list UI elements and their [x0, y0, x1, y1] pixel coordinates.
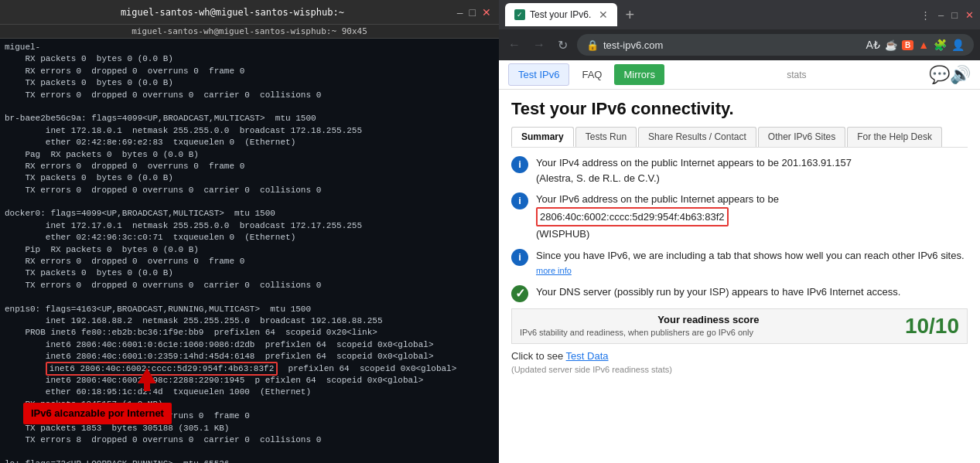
terminal-line: lo: flags=73<UP,LOOPBACK,RUNNING> mtu 65… — [5, 458, 494, 463]
browser-tab-active[interactable]: ✓ Test your IPv6. ✕ — [505, 3, 617, 26]
terminal-line: TX packets 0 bytes 0 (0.0 B) — [5, 172, 494, 184]
terminal-minimize[interactable]: – — [457, 6, 463, 19]
extension-icon[interactable]: 🧩 — [934, 39, 947, 51]
terminal-line: RX errors 0 dropped 0 overruns 0 frame 0 — [5, 66, 494, 77]
readiness-score: 10/10 — [905, 314, 959, 339]
address-bar[interactable]: 🔒 test-ipv6.com A₺ ☕ B ▲ 🧩 👤 — [577, 34, 974, 56]
terminal-body[interactable]: miguel- RX packets 0 bytes 0 (0.0 B) RX … — [0, 39, 499, 463]
terminal-line: TX packets 0 bytes 0 (0.0 B) — [5, 77, 494, 89]
browser-minimize[interactable]: – — [938, 9, 944, 21]
info-item-dns: ✓ Your DNS server (possibly run by your … — [511, 284, 968, 302]
readiness-title: Your readiness score — [520, 314, 897, 325]
terminal-line: TX errors 0 dropped 0 overruns 0 carrier… — [5, 90, 494, 101]
terminal-line: RX errors 0 dropped 0 overruns 0 frame 0 — [5, 256, 494, 267]
sub-tabs: Summary Tests Run Share Results / Contac… — [511, 127, 968, 148]
tab-title: Test your IPv6. — [530, 9, 591, 20]
info-icon-dns: ✓ — [511, 285, 528, 302]
terminal-line: ether 60:18:95:1c:d2:4d txqueuelen 1000 … — [5, 386, 494, 398]
url-text: test-ipv6.com — [603, 39, 862, 51]
terminal-panel: miguel-santos-wh@miguel-santos-wisphub:~… — [0, 0, 499, 463]
nav-faq[interactable]: FAQ — [572, 64, 611, 85]
arrow-pointer — [138, 368, 156, 395]
terminal-ipv6-highlighted-line: inet6 2806:40c:6002:cccc:5d29:954f:4b63:… — [5, 363, 494, 375]
info-text-dns: Your DNS server (possibly run by your IS… — [536, 284, 900, 300]
readiness-section: Your readiness score IPv6 stability and … — [511, 308, 968, 344]
sub-tab-tests-run[interactable]: Tests Run — [575, 127, 637, 147]
nav-mirrors[interactable]: Mirrors — [614, 64, 664, 85]
test-data-link[interactable]: Test Data — [566, 350, 609, 362]
terminal-line: docker0: flags=4099<UP,BROADCAST,MULTICA… — [5, 208, 494, 220]
reload-button[interactable]: ↻ — [555, 36, 571, 54]
terminal-line: br-baee2be56c9a: flags=4099<UP,BROADCAST… — [5, 113, 494, 124]
browser-close[interactable]: ✕ — [965, 9, 974, 21]
terminal-line: inet 192.168.88.2 netmask 255.255.255.0 … — [5, 315, 494, 327]
terminal-close[interactable]: ✕ — [482, 6, 491, 19]
back-button[interactable]: ← — [505, 36, 524, 53]
browser-maximize[interactable]: □ — [951, 9, 958, 21]
browser-addressbar: ← → ↻ 🔒 test-ipv6.com A₺ ☕ B ▲ 🧩 👤 — [499, 29, 980, 60]
ipv6-address-box: 2806:40c:6002:cccc:5d29:954f:4b63:83f2 — [536, 207, 729, 227]
sub-tab-summary[interactable]: Summary — [511, 127, 574, 147]
terminal-line: Pip RX packets 0 bytes 0 (0.0 B) — [5, 244, 494, 256]
terminal-line: TX errors 8 dropped 0 overruns 0 carrier… — [5, 434, 494, 446]
info-item-ipv6-sites: i Since you have IPv6, we are including … — [511, 248, 968, 278]
bottom-note: (Updated server side IPv6 readiness stat… — [511, 365, 968, 374]
readiness-desc: IPv6 stability and readiness, when publi… — [520, 328, 897, 337]
tab-favicon: ✓ — [514, 9, 525, 20]
translate-icon[interactable]: A₺ — [866, 39, 880, 51]
terminal-line — [5, 196, 494, 208]
address-bar-icons: A₺ ☕ B ▲ 🧩 👤 — [866, 39, 965, 51]
lock-icon: 🔒 — [586, 39, 599, 51]
sub-tab-help-desk[interactable]: For the Help Desk — [847, 127, 942, 147]
info-text-ipv4: Your IPv4 address on the public Internet… — [536, 155, 852, 186]
terminal-line — [5, 101, 494, 113]
brave-shield-icon[interactable]: B — [902, 40, 913, 50]
page-content: Test your IPv6 connectivity. Summary Tes… — [499, 90, 980, 463]
terminal-line: Pag RX packets 0 bytes 0 (0.0 B) — [5, 149, 494, 161]
nav-stats[interactable]: stats — [787, 70, 806, 80]
test-data-label: Click to see — [511, 350, 563, 362]
terminal-line: inet6 2806:40c:6001:0:6c1e:1060:9086:d2d… — [5, 339, 494, 351]
terminal-line: RX errors 0 dropped 0 overruns 0 frame 0 — [5, 161, 494, 172]
terminal-line — [5, 291, 494, 303]
test-data-section: Click to see Test Data — [511, 350, 968, 362]
brave-alert-icon: ▲ — [918, 39, 929, 51]
tab-close-button[interactable]: ✕ — [599, 9, 608, 21]
info-text-ipv6-sites: Since you have IPv6, we are including a … — [536, 248, 968, 278]
sub-tab-share[interactable]: Share Results / Contact — [638, 127, 756, 147]
bookmark-icon[interactable]: ☕ — [885, 39, 897, 51]
nav-test-ipv6[interactable]: Test IPv6 — [508, 63, 569, 86]
sub-tab-other-sites[interactable]: Other IPv6 Sites — [758, 127, 845, 147]
terminal-line: ether 02:42:8e:69:e2:83 txqueuelen 0 (Et… — [5, 137, 494, 148]
svg-rect-1 — [144, 383, 150, 391]
terminal-line: PROB inet6 fe80::eb2b:bc36:1f9e:bb9 pref… — [5, 327, 494, 339]
more-info-link[interactable]: more info — [536, 266, 572, 275]
terminal-title: miguel-santos-wh@miguel-santos-wisphub:~ — [8, 7, 457, 18]
terminal-line: inet 172.17.0.1 netmask 255.255.0.0 broa… — [5, 220, 494, 232]
info-item-ipv4: i Your IPv4 address on the public Intern… — [511, 155, 968, 186]
info-icon-ipv6-sites: i — [511, 249, 528, 266]
new-tab-button[interactable]: + — [625, 6, 634, 24]
terminal-subtitle: miguel-santos-wh@miguel-santos-wisphub:~… — [0, 25, 499, 39]
browser-titlebar: ✓ Test your IPv6. ✕ + ⋮ – □ ✕ — [499, 0, 980, 29]
info-item-ipv6: i Your IPv6 address on the public Intern… — [511, 192, 968, 242]
terminal-line: miguel- — [5, 42, 494, 53]
profile-icon[interactable]: 👤 — [951, 39, 965, 51]
terminal-line: ether 02:42:96:3c:c0:71 txqueuelen 0 (Et… — [5, 232, 494, 243]
terminal-line: inet6 2806:40c:6002:598c:2288:2290:1945 … — [5, 375, 494, 386]
terminal-titlebar: miguel-santos-wh@miguel-santos-wisphub:~… — [0, 0, 499, 25]
translate-floating-icon[interactable]: 💬🔊 — [929, 65, 971, 85]
terminal-line: inet 172.18.0.1 netmask 255.255.0.0 broa… — [5, 125, 494, 137]
terminal-maximize[interactable]: □ — [470, 6, 476, 19]
info-icon-ipv6: i — [511, 192, 528, 209]
forward-button[interactable]: → — [530, 36, 548, 53]
terminal-line — [5, 446, 494, 458]
info-items-list: i Your IPv4 address on the public Intern… — [511, 155, 968, 302]
svg-marker-0 — [138, 368, 156, 383]
terminal-line: TX errors 0 dropped 0 overruns 0 carrier… — [5, 185, 494, 196]
terminal-line: TX errors 0 dropped 0 overruns 0 carrier… — [5, 280, 494, 291]
page-main-title: Test your IPv6 connectivity. — [511, 99, 968, 119]
info-text-ipv6: Your IPv6 address on the public Internet… — [536, 192, 779, 242]
browser-panel: ✓ Test your IPv6. ✕ + ⋮ – □ ✕ ← → ↻ 🔒 te… — [499, 0, 980, 463]
site-topnav: Test IPv6 FAQ Mirrors stats 💬🔊 — [499, 60, 980, 90]
